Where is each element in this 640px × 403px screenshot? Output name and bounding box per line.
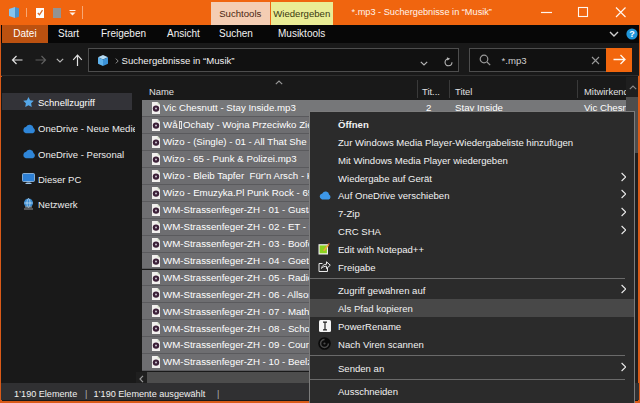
svg-text:?: ? bbox=[629, 29, 635, 39]
